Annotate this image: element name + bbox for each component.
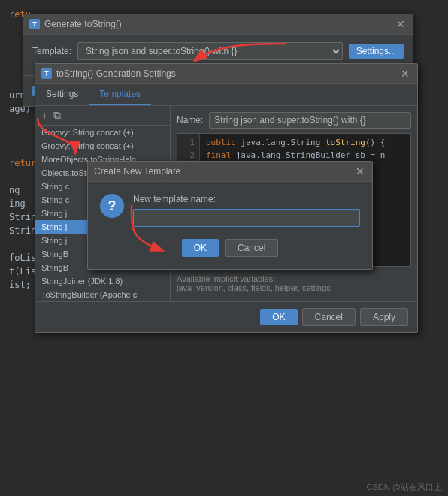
name-label: Name: [177, 115, 203, 126]
list-item[interactable]: ToStringBuilder (Apache c [35, 288, 170, 301]
watermark: CSDN @站在风口上 [367, 482, 442, 493]
main-dialog-close[interactable]: ✕ [395, 18, 407, 30]
settings-dialog-titlebar: T toString() Generation Settings ✕ [35, 64, 417, 84]
new-template-cancel-button[interactable]: Cancel [225, 239, 278, 257]
list-toolbar: + ⧉ [35, 106, 170, 126]
new-dialog-inner: ? New template name: [100, 194, 360, 227]
settings-buttons: OK Cancel Apply [35, 301, 417, 332]
template-select[interactable]: String json and super.toString() with {} [77, 42, 343, 60]
new-template-titlebar: Create New Template ✕ [88, 162, 372, 182]
template-row: Template: String json and super.toString… [32, 42, 404, 60]
template-label: Template: [32, 46, 71, 56]
settings-ok-button[interactable]: OK [260, 309, 297, 325]
settings-dialog-title: toString() Generation Settings [56, 68, 176, 79]
settings-dialog-icon: T [41, 68, 52, 79]
list-item[interactable]: StringJoiner (JDK 1.8) [35, 274, 170, 288]
main-dialog-title: Generate toString() [44, 19, 122, 29]
copy-template-button[interactable]: ⧉ [52, 109, 62, 122]
new-template-input[interactable] [133, 209, 360, 227]
main-dialog-titlebar: T Generate toString() ✕ [23, 14, 413, 35]
settings-tabs: Settings Templates [35, 84, 417, 106]
implicit-vars: Available implicit variables: java_versi… [177, 271, 411, 295]
list-item[interactable]: Groovy: String concat (+) [35, 126, 170, 139]
settings-cancel-button[interactable]: Cancel [302, 308, 356, 326]
settings-button[interactable]: Settings... [349, 44, 404, 59]
generate-tostring-dialog: T Generate toString() ✕ Template: String… [23, 14, 413, 107]
new-template-close[interactable]: ✕ [354, 165, 366, 177]
name-input[interactable] [209, 112, 411, 129]
new-template-label: New template name: [133, 194, 360, 204]
settings-apply-button[interactable]: Apply [360, 308, 408, 326]
question-icon: ? [100, 194, 124, 218]
list-item[interactable]: Groovy: String concat (+) [35, 139, 170, 153]
tab-settings[interactable]: Settings [35, 84, 89, 105]
new-template-title: Create New Template [94, 166, 180, 177]
main-dialog-body: Template: String json and super.toString… [23, 35, 413, 75]
new-template-body: ? New template name: OK Cancel [88, 182, 372, 269]
dialog-icon: T [29, 19, 40, 29]
new-dialog-buttons: OK Cancel [100, 239, 360, 257]
titlebar-left: T Generate toString() [29, 19, 122, 29]
tab-templates[interactable]: Templates [89, 84, 151, 105]
add-template-button[interactable]: + [40, 110, 49, 122]
new-template-dialog: Create New Template ✕ ? New template nam… [87, 161, 373, 270]
settings-dialog-close[interactable]: ✕ [399, 68, 411, 80]
new-template-ok-button[interactable]: OK [182, 239, 219, 257]
new-template-form: New template name: [133, 194, 360, 227]
name-row: Name: [177, 112, 411, 129]
